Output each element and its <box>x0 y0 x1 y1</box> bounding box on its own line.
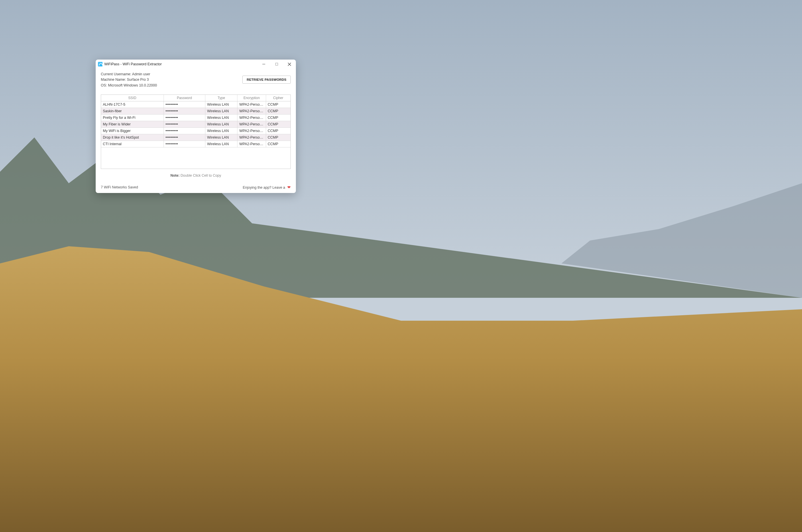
maximize-icon <box>275 63 278 65</box>
system-info: Current Username: Admin user Machine Nam… <box>101 72 157 88</box>
cell-ssid[interactable]: Saskin-fiber <box>101 108 164 115</box>
maximize-button[interactable] <box>270 60 283 69</box>
app-icon <box>98 62 102 66</box>
table-row[interactable]: Pretty Fly for a Wi-Fi••••••••••Wireless… <box>101 115 291 121</box>
cell-type[interactable]: Wireless LAN <box>205 141 238 148</box>
minimize-button[interactable] <box>257 60 270 69</box>
cell-type[interactable]: Wireless LAN <box>205 115 238 121</box>
cell-password[interactable]: •••••••••• <box>164 108 205 115</box>
enjoy-app: Enjoying the app? Leave a ❤ <box>243 185 291 190</box>
username-value: Admin user <box>132 72 150 76</box>
cell-ssid[interactable]: Pretty Fly for a Wi-Fi <box>101 115 164 121</box>
retrieve-passwords-button[interactable]: RETRIEVE PASSWORDS <box>242 76 291 83</box>
cell-encryption[interactable]: WPA2-Personal <box>238 128 266 134</box>
col-header-password[interactable]: Password <box>164 95 205 101</box>
enjoy-text: Enjoying the app? Leave a <box>243 186 285 190</box>
table-row[interactable]: ALHN-17C7-5••••••••••Wireless LANWPA2-Pe… <box>101 101 291 108</box>
cell-cipher[interactable]: CCMP <box>266 101 291 108</box>
table-row[interactable]: Drop it like it's HotSpot••••••••••Wirel… <box>101 134 291 141</box>
cell-cipher[interactable]: CCMP <box>266 121 291 128</box>
col-header-type[interactable]: Type <box>205 95 238 101</box>
cell-type[interactable]: Wireless LAN <box>205 121 238 128</box>
cell-ssid[interactable]: Drop it like it's HotSpot <box>101 134 164 141</box>
note: Note: Double Click Cell to Copy <box>101 173 291 177</box>
app-window: WiFiPass - WiFi Password Extractor Curre… <box>96 60 296 193</box>
table-row[interactable]: Saskin-fiber••••••••••Wireless LANWPA2-P… <box>101 108 291 115</box>
table-header-row: SSID Password Type Encryption Cipher <box>101 95 291 101</box>
cell-password[interactable]: •••••••••• <box>164 121 205 128</box>
cell-cipher[interactable]: CCMP <box>266 128 291 134</box>
window-title: WiFiPass - WiFi Password Extractor <box>104 62 257 66</box>
cell-cipher[interactable]: CCMP <box>266 134 291 141</box>
minimize-icon <box>262 63 265 65</box>
window-controls <box>257 60 296 69</box>
machine-label: Machine Name: <box>101 78 126 82</box>
svg-rect-2 <box>276 63 278 65</box>
cell-cipher[interactable]: CCMP <box>266 141 291 148</box>
cell-ssid[interactable]: My WiFi is Bigger <box>101 128 164 134</box>
cell-type[interactable]: Wireless LAN <box>205 134 238 141</box>
cell-ssid[interactable]: ALHN-17C7-5 <box>101 101 164 108</box>
username-label: Current Username: <box>101 72 131 76</box>
cell-type[interactable]: Wireless LAN <box>205 101 238 108</box>
cell-password[interactable]: •••••••••• <box>164 141 205 148</box>
cell-encryption[interactable]: WPA2-Personal <box>238 121 266 128</box>
note-text: Double Click Cell to Copy <box>181 173 221 177</box>
col-header-ssid[interactable]: SSID <box>101 95 164 101</box>
os-value: Microsoft Windows 10.0.22000 <box>108 83 157 87</box>
note-label: Note: <box>170 173 180 177</box>
cell-ssid[interactable]: CTI Internal <box>101 141 164 148</box>
window-content: Current Username: Admin user Machine Nam… <box>96 69 296 193</box>
table-row[interactable]: My WiFi is Bigger••••••••••Wireless LANW… <box>101 128 291 134</box>
cell-encryption[interactable]: WPA2-Personal <box>238 141 266 148</box>
close-icon <box>288 63 291 66</box>
table-row[interactable]: CTI Internal••••••••••Wireless LANWPA2-P… <box>101 141 291 148</box>
cell-encryption[interactable]: WPA2-Personal <box>238 134 266 141</box>
close-button[interactable] <box>283 60 296 69</box>
table-body: ALHN-17C7-5••••••••••Wireless LANWPA2-Pe… <box>101 101 291 148</box>
cell-cipher[interactable]: CCMP <box>266 108 291 115</box>
heart-icon[interactable]: ❤ <box>287 185 291 190</box>
cell-cipher[interactable]: CCMP <box>266 115 291 121</box>
cell-password[interactable]: •••••••••• <box>164 134 205 141</box>
cell-encryption[interactable]: WPA2-Personal <box>238 115 266 121</box>
networks-table: SSID Password Type Encryption Cipher ALH… <box>101 95 291 148</box>
networks-table-container: SSID Password Type Encryption Cipher ALH… <box>101 94 291 169</box>
col-header-encryption[interactable]: Encryption <box>238 95 266 101</box>
cell-password[interactable]: •••••••••• <box>164 115 205 121</box>
cell-encryption[interactable]: WPA2-Personal <box>238 108 266 115</box>
cell-password[interactable]: •••••••••• <box>164 101 205 108</box>
cell-ssid[interactable]: My Fiber is Wider <box>101 121 164 128</box>
network-count: 7 WiFi Networks Saved <box>101 185 138 189</box>
cell-type[interactable]: Wireless LAN <box>205 128 238 134</box>
cell-encryption[interactable]: WPA2-Personal <box>238 101 266 108</box>
titlebar[interactable]: WiFiPass - WiFi Password Extractor <box>96 60 296 69</box>
cell-password[interactable]: •••••••••• <box>164 128 205 134</box>
table-row[interactable]: My Fiber is Wider••••••••••Wireless LANW… <box>101 121 291 128</box>
cell-type[interactable]: Wireless LAN <box>205 108 238 115</box>
col-header-cipher[interactable]: Cipher <box>266 95 291 101</box>
machine-value: Surface Pro 3 <box>127 78 149 82</box>
os-label: OS: <box>101 83 107 87</box>
